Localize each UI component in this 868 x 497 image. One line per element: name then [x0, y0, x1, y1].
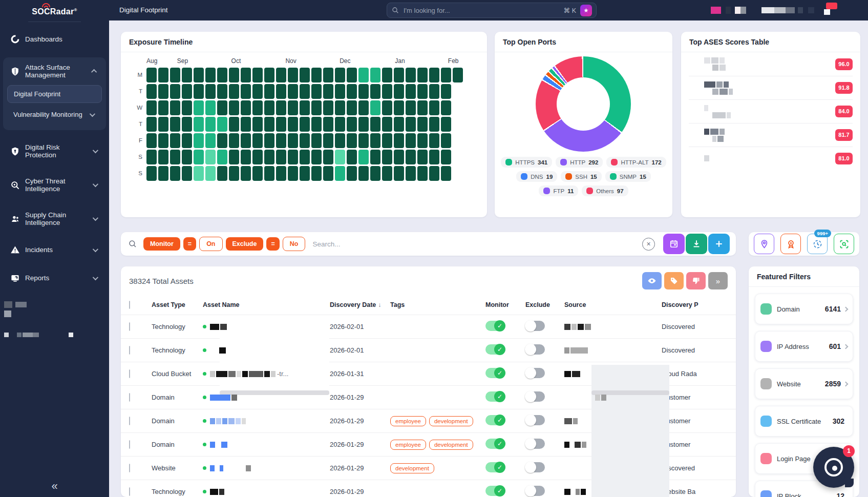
heatmap-cell[interactable]	[406, 150, 416, 164]
heatmap-cell[interactable]	[205, 166, 216, 181]
heatmap-cell[interactable]	[429, 84, 439, 99]
heatmap-cell[interactable]	[394, 133, 404, 148]
heatmap-cell[interactable]	[441, 133, 451, 148]
legend-item-https[interactable]: HTTPS341	[501, 157, 552, 168]
heatmap-cell[interactable]	[182, 68, 192, 82]
add-button[interactable]	[708, 234, 730, 254]
heatmap-cell[interactable]	[288, 166, 298, 181]
sidebar-collapse-button[interactable]: «	[0, 480, 109, 493]
heatmap-cell[interactable]	[323, 166, 333, 181]
heatmap-cell[interactable]	[335, 84, 345, 99]
heatmap-cell[interactable]	[146, 117, 157, 132]
heatmap-cell[interactable]	[429, 100, 439, 115]
heatmap-cell[interactable]	[158, 100, 168, 115]
heatmap-cell[interactable]	[417, 117, 428, 132]
heatmap-cell[interactable]	[241, 100, 251, 115]
heatmap-cell[interactable]	[382, 166, 392, 181]
exclude-toggle[interactable]	[525, 439, 545, 449]
exclude-toggle[interactable]	[525, 344, 545, 355]
heatmap-cell[interactable]	[217, 100, 227, 115]
heatmap-cell[interactable]	[182, 133, 192, 148]
heatmap-cell[interactable]	[217, 133, 227, 148]
sidebar-item-digital-footprint[interactable]: Digital Footprint	[7, 85, 102, 103]
heatmap-cell[interactable]	[276, 100, 286, 115]
more-bulk-button[interactable]: »	[708, 272, 728, 289]
heatmap-cell[interactable]	[229, 84, 239, 99]
sidebar-item-incidents[interactable]: Incidents	[3, 240, 106, 260]
heatmap-cell[interactable]	[217, 150, 227, 164]
ai-assistant-button[interactable]: ★	[580, 5, 592, 16]
heatmap-cell[interactable]	[276, 117, 286, 132]
heatmap-cell[interactable]	[146, 166, 157, 181]
ases-table-row[interactable]: 81.0	[689, 147, 853, 170]
heatmap-cell[interactable]	[170, 100, 180, 115]
heatmap-cell[interactable]	[276, 150, 286, 164]
heatmap-cell[interactable]	[217, 84, 227, 99]
heatmap-cell[interactable]	[146, 84, 157, 99]
heatmap-cell[interactable]	[311, 84, 322, 99]
row-checkbox[interactable]	[129, 322, 130, 331]
heatmap-cell[interactable]	[217, 117, 227, 132]
heatmap-cell[interactable]	[194, 117, 204, 132]
heatmap-cell[interactable]	[252, 100, 263, 115]
heatmap-cell[interactable]	[217, 166, 227, 181]
heatmap-cell[interactable]	[276, 166, 286, 181]
heatmap-cell[interactable]	[358, 133, 369, 148]
row-checkbox[interactable]	[129, 346, 130, 355]
table-row[interactable]: Technology2026-02-01✓Discovered	[121, 315, 736, 338]
heatmap-cell[interactable]	[241, 166, 251, 181]
filter-chip-on[interactable]: On	[199, 237, 222, 251]
legend-item-others[interactable]: Others97	[582, 185, 628, 196]
heatmap-cell[interactable]	[205, 68, 216, 82]
heatmap-cell[interactable]	[241, 117, 251, 132]
heatmap-cell[interactable]	[370, 84, 380, 99]
heatmap-cell[interactable]	[217, 68, 227, 82]
heatmap-cell[interactable]	[241, 68, 251, 82]
row-checkbox[interactable]	[129, 464, 130, 472]
heatmap-cell[interactable]	[229, 100, 239, 115]
sidebar-item-cyber-threat-intelligence[interactable]: Cyber Threat Intelligence	[3, 172, 106, 198]
tag-bulk-button[interactable]	[664, 272, 684, 289]
heatmap-cell[interactable]	[264, 68, 274, 82]
ases-table-row[interactable]: 91.8	[689, 76, 853, 99]
heatmap-cell[interactable]	[406, 84, 416, 99]
monitor-toggle[interactable]: ✓	[485, 321, 505, 331]
heatmap-cell[interactable]	[406, 133, 416, 148]
sort-descending-icon[interactable]: ↓	[378, 301, 381, 308]
exclude-toggle[interactable]	[525, 486, 545, 496]
heatmap-cell[interactable]	[158, 68, 168, 82]
heatmap-cell[interactable]	[194, 166, 204, 181]
monitor-toggle[interactable]: ✓	[485, 344, 505, 355]
heatmap-cell[interactable]	[347, 117, 357, 132]
heatmap-cell[interactable]	[205, 100, 216, 115]
heatmap-cell[interactable]	[323, 133, 333, 148]
heatmap-cell[interactable]	[441, 166, 451, 181]
heatmap-cell[interactable]	[229, 150, 239, 164]
heatmap-cell[interactable]	[311, 150, 322, 164]
heatmap-cell[interactable]	[335, 117, 345, 132]
exclude-toggle[interactable]	[525, 321, 545, 331]
heatmap-cell[interactable]	[323, 117, 333, 132]
heatmap-cell[interactable]	[229, 117, 239, 132]
heatmap-cell[interactable]	[335, 100, 345, 115]
heatmap-cell[interactable]	[146, 68, 157, 82]
heatmap-cell[interactable]	[252, 166, 263, 181]
sidebar-item-dashboards[interactable]: Dashboards	[3, 29, 106, 49]
sidebar-item-digital-risk-protection[interactable]: Digital Risk Protection	[3, 138, 106, 164]
heatmap-cell[interactable]	[406, 68, 416, 82]
global-search[interactable]: ⌘ K ★	[387, 3, 597, 18]
heatmap-cell[interactable]	[288, 84, 298, 99]
row-checkbox[interactable]	[129, 369, 130, 378]
heatmap-cell[interactable]	[182, 117, 192, 132]
heatmap-cell[interactable]	[417, 100, 428, 115]
heatmap-cell[interactable]	[323, 150, 333, 164]
heatmap-cell[interactable]	[370, 166, 380, 181]
heatmap-cell[interactable]	[288, 117, 298, 132]
heatmap-cell[interactable]	[205, 84, 216, 99]
heatmap-cell[interactable]	[441, 150, 451, 164]
sidebar-item-supply-chain-intelligence[interactable]: Supply Chain Intelligence	[3, 206, 106, 232]
heatmap-cell[interactable]	[358, 84, 369, 99]
heatmap-cell[interactable]	[182, 166, 192, 181]
heatmap-cell[interactable]	[347, 166, 357, 181]
heatmap-cell[interactable]	[347, 84, 357, 99]
